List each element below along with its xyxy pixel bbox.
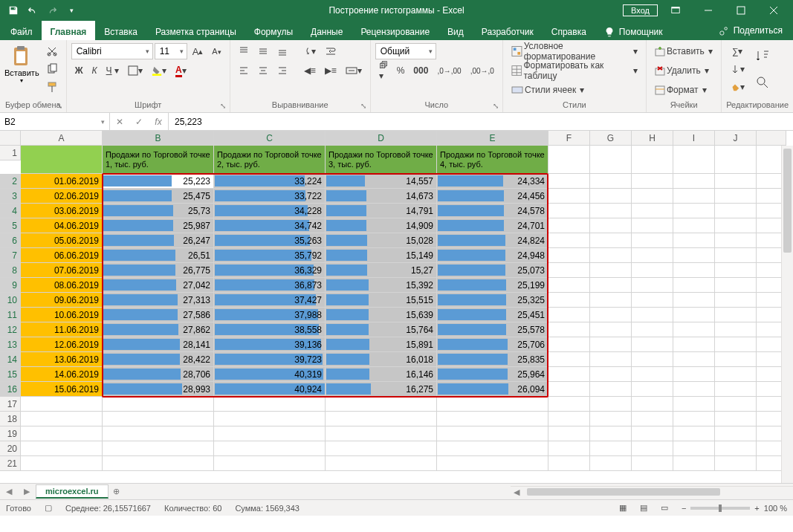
empty-cell[interactable] <box>673 412 715 426</box>
data-cell[interactable]: 27,313 <box>103 293 214 308</box>
data-cell[interactable]: 24,334 <box>437 174 548 189</box>
data-cell[interactable]: 25,223 <box>103 174 214 189</box>
empty-cell[interactable] <box>673 382 715 397</box>
empty-cell[interactable] <box>326 397 437 412</box>
data-cell[interactable]: 33,224 <box>214 174 326 189</box>
empty-cell[interactable] <box>590 412 632 426</box>
empty-cell[interactable] <box>21 412 103 426</box>
empty-cell[interactable] <box>673 397 715 412</box>
empty-cell[interactable] <box>214 456 326 471</box>
empty-cell[interactable] <box>590 426 632 441</box>
worksheet-grid[interactable]: ABCDEFGHIJ1Продажи по Торговой точке 1, … <box>0 131 793 483</box>
empty-cell[interactable] <box>673 456 715 471</box>
empty-cell[interactable] <box>673 146 715 174</box>
column-header[interactable]: C <box>214 131 326 146</box>
empty-cell[interactable] <box>437 456 548 471</box>
align-bottom-icon[interactable] <box>273 43 291 59</box>
empty-cell[interactable] <box>673 278 715 293</box>
redo-icon[interactable] <box>43 1 61 19</box>
data-cell[interactable]: 24,456 <box>437 189 548 204</box>
table-header-cell[interactable] <box>21 146 103 174</box>
maximize-icon[interactable] <box>726 0 756 21</box>
empty-cell[interactable] <box>103 397 214 412</box>
empty-cell[interactable] <box>548 293 590 308</box>
empty-cell[interactable] <box>21 397 103 412</box>
align-middle-icon[interactable] <box>254 43 272 59</box>
data-cell[interactable]: 15,028 <box>326 233 437 248</box>
empty-cell[interactable] <box>673 367 715 382</box>
tab-home[interactable]: Главная <box>42 21 96 40</box>
tab-data[interactable]: Данные <box>302 21 352 40</box>
empty-cell[interactable] <box>590 441 632 456</box>
fill-color-icon[interactable]: ▾ <box>148 62 170 79</box>
empty-cell[interactable] <box>590 233 632 248</box>
accounting-format-icon[interactable]: 🗊▾ <box>375 62 392 79</box>
bold-button[interactable]: Ж <box>71 62 87 79</box>
data-cell[interactable]: 28,141 <box>103 337 214 352</box>
empty-cell[interactable] <box>673 233 715 248</box>
data-cell[interactable]: 15,149 <box>326 248 437 263</box>
date-cell[interactable]: 12.06.2019 <box>21 337 103 352</box>
empty-cell[interactable] <box>21 456 103 471</box>
empty-cell[interactable] <box>673 293 715 308</box>
data-cell[interactable]: 27,862 <box>103 322 214 337</box>
data-cell[interactable]: 25,578 <box>437 322 548 337</box>
percent-icon[interactable]: % <box>393 62 409 79</box>
empty-cell[interactable] <box>673 204 715 218</box>
empty-cell[interactable] <box>437 397 548 412</box>
empty-cell[interactable] <box>590 278 632 293</box>
sheet-tab[interactable]: microexcel.ru <box>36 484 109 499</box>
delete-cells[interactable]: Удалить ▾ <box>651 62 713 79</box>
data-cell[interactable]: 33,722 <box>214 189 326 204</box>
data-cell[interactable]: 25,964 <box>437 367 548 382</box>
empty-cell[interactable] <box>715 441 757 456</box>
empty-cell[interactable] <box>632 426 673 441</box>
empty-cell[interactable] <box>590 456 632 471</box>
zoom-slider[interactable] <box>690 507 750 510</box>
fill-icon[interactable]: ▾ <box>726 61 748 77</box>
date-cell[interactable]: 02.06.2019 <box>21 189 103 204</box>
row-header[interactable]: 11 <box>0 308 21 322</box>
data-cell[interactable]: 28,706 <box>103 367 214 382</box>
decrease-indent-icon[interactable]: ◀≡ <box>300 62 320 79</box>
date-cell[interactable]: 09.06.2019 <box>21 293 103 308</box>
data-cell[interactable]: 35,263 <box>214 233 326 248</box>
data-cell[interactable]: 36,329 <box>214 263 326 278</box>
clear-icon[interactable]: ▾ <box>726 79 748 95</box>
empty-cell[interactable] <box>590 367 632 382</box>
empty-cell[interactable] <box>548 308 590 322</box>
row-header[interactable]: 3 <box>0 189 21 204</box>
empty-cell[interactable] <box>590 352 632 367</box>
empty-cell[interactable] <box>673 218 715 233</box>
sheet-nav-next-icon[interactable]: ▶ <box>18 487 36 496</box>
italic-button[interactable]: К <box>88 62 101 79</box>
empty-cell[interactable] <box>326 456 437 471</box>
empty-cell[interactable] <box>590 397 632 412</box>
empty-cell[interactable] <box>715 412 757 426</box>
empty-cell[interactable] <box>437 426 548 441</box>
decrease-font-icon[interactable]: A▾ <box>208 43 224 59</box>
signin-button[interactable]: Вход <box>623 4 658 16</box>
empty-cell[interactable] <box>673 441 715 456</box>
date-cell[interactable]: 03.06.2019 <box>21 204 103 218</box>
empty-cell[interactable] <box>632 308 673 322</box>
data-cell[interactable]: 38,558 <box>214 322 326 337</box>
close-icon[interactable] <box>759 0 789 21</box>
empty-cell[interactable] <box>715 426 757 441</box>
tab-formulas[interactable]: Формулы <box>245 21 302 40</box>
row-header[interactable]: 4 <box>0 204 21 218</box>
dialog-launcher-icon[interactable]: ⤡ <box>218 100 228 111</box>
zoom-in-icon[interactable]: + <box>754 504 759 513</box>
data-cell[interactable]: 25,451 <box>437 308 548 322</box>
empty-cell[interactable] <box>548 397 590 412</box>
data-cell[interactable]: 16,275 <box>326 382 437 397</box>
data-cell[interactable]: 25,73 <box>103 204 214 218</box>
data-cell[interactable]: 14,673 <box>326 189 437 204</box>
row-header[interactable]: 13 <box>0 337 21 352</box>
wrap-text-icon[interactable] <box>321 43 340 59</box>
data-cell[interactable]: 34,742 <box>214 218 326 233</box>
row-header[interactable]: 1 <box>0 146 21 160</box>
date-cell[interactable]: 05.06.2019 <box>21 233 103 248</box>
tab-insert[interactable]: Вставка <box>95 21 146 40</box>
data-cell[interactable]: 15,392 <box>326 278 437 293</box>
